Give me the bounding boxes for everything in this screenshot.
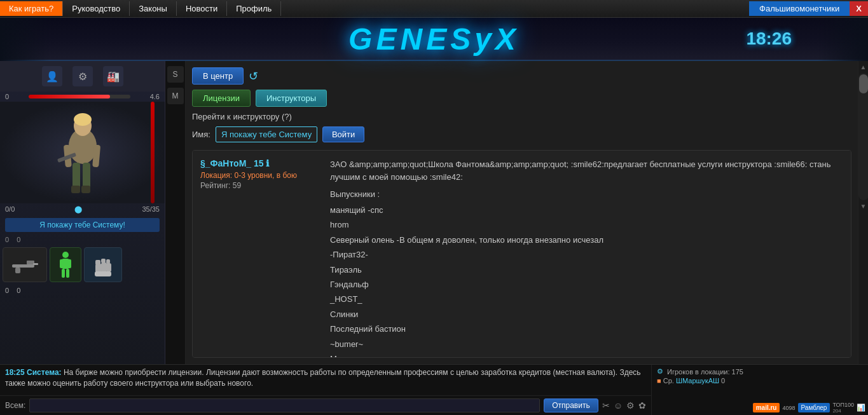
left-icon-strip: S M <box>165 61 186 364</box>
bottom-stats: 0 0 <box>0 285 165 296</box>
action-val2: 0 <box>14 236 23 243</box>
graduate-entry: hrom <box>330 217 843 232</box>
refresh-icon[interactable]: ↺ <box>249 69 258 83</box>
instructor-card: §_ФаНтоМ_ 15 ℹ Локация: 0-3 уровни, в бо… <box>192 150 851 358</box>
header-time: 18:26 <box>746 29 792 49</box>
strip-icon-1[interactable]: S <box>167 66 184 83</box>
instructor-desc: ЗАО &amp;amp;amp;quot;Школа Фантома&amp;… <box>330 158 843 183</box>
svg-rect-25 <box>101 259 106 263</box>
player-name-display[interactable]: Я покажу тебе Систему! <box>5 218 160 232</box>
level-bar: 0 4.6 <box>0 92 165 102</box>
level-right: 4.6 <box>150 93 160 100</box>
char-slot[interactable] <box>50 247 81 282</box>
center-toolbar: В центр ↺ <box>192 67 851 85</box>
nav-how-to-play[interactable]: Как играть? <box>0 1 63 16</box>
chat-input[interactable] <box>29 398 540 412</box>
nav-rules[interactable]: Законы <box>130 1 177 16</box>
nav-profile[interactable]: Профиль <box>227 1 281 16</box>
bottom-right-info: ⚙ Игроков в локации: 175 ■ Ср. ШМаршукАШ… <box>652 365 868 400</box>
main-scrollbar[interactable]: ▲ ▼ <box>858 61 868 364</box>
strip-icon-2[interactable]: M <box>167 88 184 104</box>
count2: 204 <box>832 408 854 414</box>
msg-text-display: На бирже можно приобрести лицензии. Лице… <box>5 368 641 388</box>
btn-center[interactable]: В центр <box>192 67 244 85</box>
bottom-val2: 0 <box>17 287 20 294</box>
close-btn[interactable]: X <box>850 1 868 16</box>
weapons-row <box>0 245 165 285</box>
fist-slot[interactable] <box>84 247 122 282</box>
instructor-name-input[interactable] <box>216 126 317 142</box>
graduate-entry: Мурка <box>330 351 843 358</box>
user-icon[interactable]: 👤 <box>42 66 62 86</box>
scroll-up[interactable]: ▲ <box>860 64 867 71</box>
header-deco-right <box>817 18 868 61</box>
action-val1: 0 <box>3 236 11 243</box>
logo: GENESyX <box>348 22 520 57</box>
top-nav: Как играть? Руководство Законы Новости П… <box>0 0 868 18</box>
chat-icons: ✂ ☺ ⚙ ✿ <box>602 400 646 411</box>
extra-icon-1[interactable]: ⚙ <box>626 400 635 411</box>
weapon-slot-1[interactable] <box>3 247 47 282</box>
enter-btn[interactable]: Войти <box>322 126 364 142</box>
sidebar-icons: 👤 ⚙ 🏭 <box>0 61 165 92</box>
send-btn[interactable]: Отправить <box>544 398 598 412</box>
instructor-name: §_ФаНтоМ_ 15 ℹ <box>200 158 315 168</box>
gear-icon[interactable]: ⚙ <box>72 66 93 86</box>
scrollbar-thumb[interactable] <box>859 74 868 93</box>
graduates-label: Выпускники : <box>330 189 843 199</box>
rambler-logo[interactable]: Рамблер <box>798 403 830 412</box>
name-input-row: Имя: Войти <box>192 126 851 142</box>
svg-rect-16 <box>60 259 64 268</box>
svg-rect-26 <box>106 259 110 264</box>
name-label: Имя: <box>192 130 210 139</box>
svg-rect-13 <box>33 263 38 265</box>
msg-time: 18:25 <box>5 368 25 377</box>
figure-icon <box>56 250 75 280</box>
bottom-val1: 0 <box>5 287 9 294</box>
svg-rect-23 <box>95 271 111 276</box>
chat-messages: 18:25 Система: 18:25 Система: На бирже м… <box>0 365 651 395</box>
players-list: ■ Ср. ШМаршукАШ 0 <box>657 377 863 384</box>
graduate-entry: -Пират32- <box>330 247 843 262</box>
char-sprite <box>51 108 114 203</box>
extra-icon-2[interactable]: ✿ <box>638 400 646 411</box>
svg-rect-17 <box>67 259 71 268</box>
svg-point-2 <box>74 113 92 126</box>
svg-rect-12 <box>15 268 20 273</box>
svg-rect-19 <box>66 269 69 278</box>
building-icon[interactable]: 🏭 <box>103 66 123 86</box>
graduate-entry: Тираэль <box>330 262 843 277</box>
char-area <box>0 102 165 203</box>
counterfeit-btn[interactable]: Фальшивомонетчики <box>749 1 850 16</box>
scroll-down[interactable]: ▼ <box>860 203 867 210</box>
header-deco-left <box>0 18 51 61</box>
header-banner: GENESyX 18:26 <box>0 18 868 61</box>
graduate-entry: Последний бастион <box>330 322 843 336</box>
center-content: В центр ↺ Лицензии Инструкторы Перейти к… <box>186 61 858 364</box>
smile-icon[interactable]: ☺ <box>614 400 623 411</box>
rambler-top: ТОП100 204 <box>832 402 854 414</box>
players-header: Игроков в локации: 175 <box>667 368 743 376</box>
svg-rect-20 <box>95 264 102 273</box>
nav-news[interactable]: Новости <box>177 1 227 16</box>
hp-vertical-bar <box>151 102 155 203</box>
graduate-entry: манящий -спс <box>330 203 843 217</box>
scissors-icon[interactable]: ✂ <box>602 400 610 411</box>
nav-guide[interactable]: Руководство <box>63 1 130 16</box>
btn-instructors[interactable]: Инструкторы <box>256 90 327 107</box>
nav-links: Как играть? Руководство Законы Новости П… <box>0 1 281 16</box>
svg-rect-21 <box>101 262 107 272</box>
chat-message-1: 18:25 Система: 18:25 Система: На бирже м… <box>5 367 646 389</box>
svg-rect-22 <box>106 263 111 272</box>
mail-logo[interactable]: mail.ru <box>753 403 780 412</box>
stats-bar-icon[interactable]: 📊 <box>857 404 865 412</box>
svg-rect-4 <box>83 163 90 188</box>
btn-license[interactable]: Лицензии <box>192 90 251 107</box>
bottom-right-section: ⚙ Игроков в локации: 175 ■ Ср. ШМаршукАШ… <box>652 365 868 415</box>
graduate-entry: Северный олень -В общем я доволен, тольк… <box>330 233 843 247</box>
svg-rect-24 <box>95 260 100 265</box>
scrollbar-track[interactable] <box>858 73 869 200</box>
logos-row: mail.ru 4098 Рамблер ТОП100 204 📊 <box>652 400 868 415</box>
svg-rect-18 <box>62 269 65 278</box>
goto-label: Перейти к инструктору (?) <box>192 112 851 121</box>
